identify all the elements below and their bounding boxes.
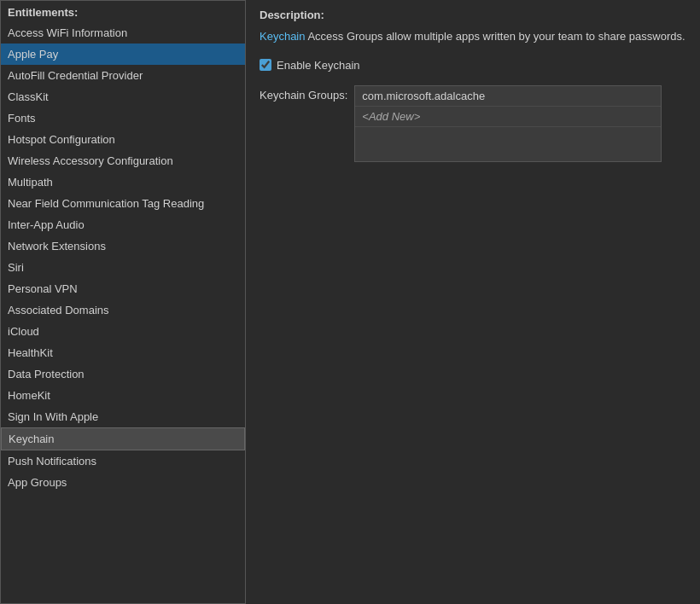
entitlements-header: Entitlements: (1, 1, 245, 22)
keychain-groups-table: com.microsoft.adalcache<Add New> (354, 85, 662, 162)
list-item[interactable]: Push Notifications (1, 450, 245, 472)
list-item[interactable]: Multipath (1, 171, 245, 193)
list-item[interactable]: Associated Domains (1, 299, 245, 321)
keychain-groups-label: Keychain Groups: (260, 85, 347, 102)
keychain-group-row[interactable]: com.microsoft.adalcache (355, 86, 661, 107)
description-text: Keychain Access Groups allow multiple ap… (260, 28, 686, 45)
entitlements-list: Access WiFi InformationApple PayAutoFill… (1, 22, 245, 603)
keychain-group-row[interactable]: <Add New> (355, 107, 661, 127)
list-item[interactable]: Sign In With Apple (1, 406, 245, 427)
list-item[interactable]: Inter-App Audio (1, 214, 245, 235)
left-panel: Entitlements: Access WiFi InformationApp… (0, 0, 246, 604)
keychain-groups-section: Keychain Groups: com.microsoft.adalcache… (260, 85, 686, 162)
description-header: Description: (260, 9, 686, 21)
list-item[interactable]: Siri (1, 257, 245, 278)
list-item[interactable]: Apple Pay (1, 44, 245, 65)
list-item[interactable]: Access WiFi Information (1, 22, 245, 44)
list-item[interactable]: HomeKit (1, 385, 245, 406)
enable-keychain-label: Enable Keychain (277, 59, 360, 72)
list-item[interactable]: App Groups (1, 472, 245, 493)
list-item[interactable]: AutoFill Credential Provider (1, 65, 245, 86)
list-item[interactable]: Hotspot Configuration (1, 129, 245, 150)
list-item[interactable]: ClassKit (1, 86, 245, 107)
list-item[interactable]: Personal VPN (1, 278, 245, 299)
list-item[interactable]: HealthKit (1, 342, 245, 363)
list-item[interactable]: Keychain (1, 427, 245, 450)
keychain-group-row (355, 127, 661, 161)
right-panel: Description: Keychain Access Groups allo… (246, 0, 700, 604)
list-item[interactable]: iCloud (1, 321, 245, 342)
description-body: Access Groups allow multiple apps writte… (305, 30, 685, 43)
list-item[interactable]: Wireless Accessory Configuration (1, 150, 245, 171)
enable-keychain-checkbox[interactable] (260, 59, 271, 71)
enable-keychain-row: Enable Keychain (260, 59, 686, 72)
description-highlight: Keychain (260, 30, 305, 43)
app-container: Entitlements: Access WiFi InformationApp… (0, 0, 700, 604)
list-item[interactable]: Data Protection (1, 363, 245, 385)
list-item[interactable]: Near Field Communication Tag Reading (1, 193, 245, 214)
list-item[interactable]: Fonts (1, 107, 245, 129)
list-item[interactable]: Network Extensions (1, 235, 245, 257)
